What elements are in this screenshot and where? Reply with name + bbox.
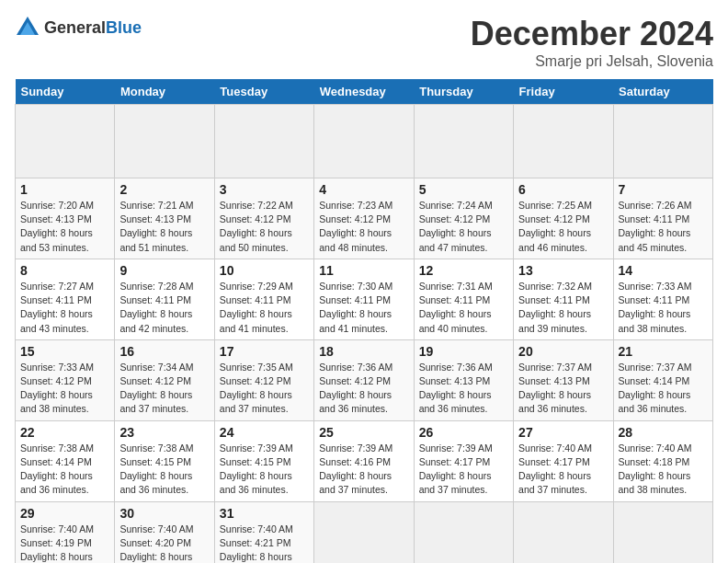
table-row: 12Sunrise: 7:31 AM Sunset: 4:11 PM Dayli… [414, 259, 513, 339]
table-row: 30Sunrise: 7:40 AM Sunset: 4:20 PM Dayli… [115, 501, 214, 563]
day-info: Sunrise: 7:32 AM Sunset: 4:11 PM Dayligh… [518, 280, 608, 336]
table-row: 20Sunrise: 7:37 AM Sunset: 4:13 PM Dayli… [514, 339, 613, 420]
table-row: 15Sunrise: 7:33 AM Sunset: 4:12 PM Dayli… [16, 339, 115, 420]
day-header-sunday: Sunday [16, 79, 115, 105]
day-number: 15 [20, 344, 109, 359]
table-row: 26Sunrise: 7:39 AM Sunset: 4:17 PM Dayli… [414, 420, 513, 501]
table-row [514, 501, 613, 563]
header: GeneralBlue December 2024 Smarje pri Jel… [15, 15, 713, 70]
logo-text-general: General [44, 18, 106, 37]
day-number: 19 [419, 344, 508, 359]
table-row: 16Sunrise: 7:34 AM Sunset: 4:12 PM Dayli… [115, 339, 214, 420]
day-number: 8 [20, 263, 109, 278]
day-info: Sunrise: 7:23 AM Sunset: 4:12 PM Dayligh… [319, 199, 408, 255]
day-info: Sunrise: 7:28 AM Sunset: 4:11 PM Dayligh… [119, 280, 209, 336]
table-row [414, 105, 513, 178]
day-info: Sunrise: 7:36 AM Sunset: 4:13 PM Dayligh… [419, 361, 508, 417]
day-header-friday: Friday [514, 79, 613, 105]
day-info: Sunrise: 7:40 AM Sunset: 4:17 PM Dayligh… [518, 442, 608, 498]
table-row: 6Sunrise: 7:25 AM Sunset: 4:12 PM Daylig… [514, 178, 613, 259]
day-number: 1 [20, 182, 109, 197]
day-info: Sunrise: 7:38 AM Sunset: 4:15 PM Dayligh… [119, 442, 209, 498]
table-row: 18Sunrise: 7:36 AM Sunset: 4:12 PM Dayli… [314, 339, 414, 420]
day-info: Sunrise: 7:24 AM Sunset: 4:12 PM Dayligh… [419, 199, 508, 255]
day-number: 25 [319, 425, 408, 440]
day-info: Sunrise: 7:20 AM Sunset: 4:13 PM Dayligh… [20, 199, 109, 255]
table-row: 2Sunrise: 7:21 AM Sunset: 4:13 PM Daylig… [115, 178, 214, 259]
day-info: Sunrise: 7:40 AM Sunset: 4:21 PM Dayligh… [220, 523, 309, 564]
table-row [115, 105, 214, 178]
day-info: Sunrise: 7:27 AM Sunset: 4:11 PM Dayligh… [20, 280, 109, 336]
day-info: Sunrise: 7:31 AM Sunset: 4:11 PM Dayligh… [419, 280, 508, 336]
day-number: 4 [319, 182, 408, 197]
table-row: 5Sunrise: 7:24 AM Sunset: 4:12 PM Daylig… [414, 178, 513, 259]
day-number: 16 [119, 344, 209, 359]
table-row: 8Sunrise: 7:27 AM Sunset: 4:11 PM Daylig… [16, 259, 115, 339]
table-row: 23Sunrise: 7:38 AM Sunset: 4:15 PM Dayli… [115, 420, 214, 501]
calendar-subtitle: Smarje pri Jelsah, Slovenia [471, 53, 713, 70]
day-info: Sunrise: 7:39 AM Sunset: 4:17 PM Dayligh… [419, 442, 508, 498]
calendar-table: SundayMondayTuesdayWednesdayThursdayFrid… [15, 79, 713, 563]
table-row: 3Sunrise: 7:22 AM Sunset: 4:12 PM Daylig… [214, 178, 313, 259]
day-number: 31 [220, 506, 309, 521]
table-row: 31Sunrise: 7:40 AM Sunset: 4:21 PM Dayli… [214, 501, 313, 563]
day-number: 24 [220, 425, 309, 440]
table-row: 29Sunrise: 7:40 AM Sunset: 4:19 PM Dayli… [16, 501, 115, 563]
calendar-title: December 2024 [471, 15, 713, 53]
day-info: Sunrise: 7:35 AM Sunset: 4:12 PM Dayligh… [220, 361, 309, 417]
title-area: December 2024 Smarje pri Jelsah, Sloveni… [471, 15, 713, 70]
table-row [613, 105, 712, 178]
day-info: Sunrise: 7:30 AM Sunset: 4:11 PM Dayligh… [319, 280, 408, 336]
day-number: 29 [20, 506, 109, 521]
table-row: 24Sunrise: 7:39 AM Sunset: 4:15 PM Dayli… [214, 420, 313, 501]
day-number: 14 [619, 263, 708, 278]
logo: GeneralBlue [15, 15, 142, 40]
day-number: 7 [619, 182, 708, 197]
table-row: 14Sunrise: 7:33 AM Sunset: 4:11 PM Dayli… [613, 259, 712, 339]
table-row: 22Sunrise: 7:38 AM Sunset: 4:14 PM Dayli… [16, 420, 115, 501]
day-number: 6 [518, 182, 608, 197]
table-row [314, 501, 414, 563]
day-number: 27 [518, 425, 608, 440]
day-header-wednesday: Wednesday [314, 79, 414, 105]
day-info: Sunrise: 7:37 AM Sunset: 4:14 PM Dayligh… [619, 361, 708, 417]
day-info: Sunrise: 7:36 AM Sunset: 4:12 PM Dayligh… [319, 361, 408, 417]
day-info: Sunrise: 7:25 AM Sunset: 4:12 PM Dayligh… [518, 199, 608, 255]
day-number: 13 [518, 263, 608, 278]
table-row: 25Sunrise: 7:39 AM Sunset: 4:16 PM Dayli… [314, 420, 414, 501]
table-row: 7Sunrise: 7:26 AM Sunset: 4:11 PM Daylig… [613, 178, 712, 259]
day-number: 20 [518, 344, 608, 359]
day-header-monday: Monday [115, 79, 214, 105]
day-number: 2 [119, 182, 209, 197]
day-number: 9 [119, 263, 209, 278]
logo-text-blue: Blue [106, 18, 142, 37]
day-info: Sunrise: 7:38 AM Sunset: 4:14 PM Dayligh… [20, 442, 109, 498]
day-number: 3 [220, 182, 309, 197]
table-row [414, 501, 513, 563]
logo-icon [15, 15, 40, 40]
day-info: Sunrise: 7:33 AM Sunset: 4:11 PM Dayligh… [619, 280, 708, 336]
table-row: 10Sunrise: 7:29 AM Sunset: 4:11 PM Dayli… [214, 259, 313, 339]
day-info: Sunrise: 7:39 AM Sunset: 4:16 PM Dayligh… [319, 442, 408, 498]
day-number: 26 [419, 425, 508, 440]
day-info: Sunrise: 7:40 AM Sunset: 4:19 PM Dayligh… [20, 523, 109, 564]
table-row: 13Sunrise: 7:32 AM Sunset: 4:11 PM Dayli… [514, 259, 613, 339]
day-number: 22 [20, 425, 109, 440]
day-info: Sunrise: 7:29 AM Sunset: 4:11 PM Dayligh… [220, 280, 309, 336]
day-info: Sunrise: 7:39 AM Sunset: 4:15 PM Dayligh… [220, 442, 309, 498]
day-header-tuesday: Tuesday [214, 79, 313, 105]
table-row: 4Sunrise: 7:23 AM Sunset: 4:12 PM Daylig… [314, 178, 414, 259]
table-row [214, 105, 313, 178]
table-row [314, 105, 414, 178]
table-row: 17Sunrise: 7:35 AM Sunset: 4:12 PM Dayli… [214, 339, 313, 420]
day-info: Sunrise: 7:37 AM Sunset: 4:13 PM Dayligh… [518, 361, 608, 417]
table-row: 9Sunrise: 7:28 AM Sunset: 4:11 PM Daylig… [115, 259, 214, 339]
day-info: Sunrise: 7:40 AM Sunset: 4:20 PM Dayligh… [119, 523, 209, 564]
table-row [613, 501, 712, 563]
day-info: Sunrise: 7:26 AM Sunset: 4:11 PM Dayligh… [619, 199, 708, 255]
day-info: Sunrise: 7:33 AM Sunset: 4:12 PM Dayligh… [20, 361, 109, 417]
day-info: Sunrise: 7:34 AM Sunset: 4:12 PM Dayligh… [119, 361, 209, 417]
day-number: 23 [119, 425, 209, 440]
day-number: 11 [319, 263, 408, 278]
day-number: 18 [319, 344, 408, 359]
